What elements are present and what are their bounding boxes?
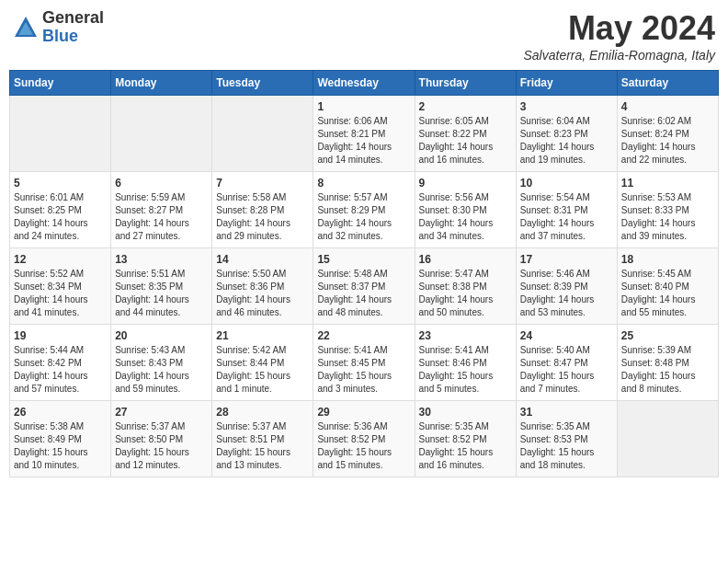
day-info: Sunrise: 5:38 AM Sunset: 8:49 PM Dayligh… [14,420,107,472]
day-info: Sunrise: 5:58 AM Sunset: 8:28 PM Dayligh… [216,191,309,243]
title-block: May 2024 Salvaterra, Emilia-Romagna, Ita… [523,9,715,63]
calendar-cell: 31Sunrise: 5:35 AM Sunset: 8:53 PM Dayli… [516,401,617,477]
calendar-cell: 23Sunrise: 5:41 AM Sunset: 8:46 PM Dayli… [415,325,516,401]
calendar-cell: 18Sunrise: 5:45 AM Sunset: 8:40 PM Dayli… [617,248,718,325]
day-number: 10 [520,177,613,190]
day-info: Sunrise: 6:06 AM Sunset: 8:21 PM Dayligh… [317,115,410,167]
day-number: 6 [115,177,208,190]
calendar-cell: 13Sunrise: 5:51 AM Sunset: 8:35 PM Dayli… [111,248,212,325]
day-info: Sunrise: 5:54 AM Sunset: 8:31 PM Dayligh… [520,191,613,243]
day-number: 31 [520,406,613,419]
day-number: 14 [216,253,309,266]
day-number: 24 [520,329,613,342]
day-number: 16 [419,253,512,266]
calendar-cell: 6Sunrise: 5:59 AM Sunset: 8:27 PM Daylig… [111,172,212,248]
calendar-week-row: 19Sunrise: 5:44 AM Sunset: 8:42 PM Dayli… [10,325,719,401]
day-info: Sunrise: 6:01 AM Sunset: 8:25 PM Dayligh… [14,191,107,243]
day-info: Sunrise: 5:56 AM Sunset: 8:30 PM Dayligh… [419,191,512,243]
calendar-cell: 8Sunrise: 5:57 AM Sunset: 8:29 PM Daylig… [313,172,415,248]
calendar-cell: 14Sunrise: 5:50 AM Sunset: 8:36 PM Dayli… [212,248,313,325]
calendar-cell: 4Sunrise: 6:02 AM Sunset: 8:24 PM Daylig… [617,96,718,172]
calendar-cell: 29Sunrise: 5:36 AM Sunset: 8:52 PM Dayli… [313,401,415,477]
day-number: 5 [14,177,107,190]
day-number: 23 [419,329,512,342]
day-info: Sunrise: 5:42 AM Sunset: 8:44 PM Dayligh… [216,344,309,396]
calendar-cell: 30Sunrise: 5:35 AM Sunset: 8:52 PM Dayli… [415,401,516,477]
calendar-header-day: Thursday [415,71,516,96]
day-number: 26 [14,406,107,419]
month-title: May 2024 [523,9,715,48]
calendar-cell: 16Sunrise: 5:47 AM Sunset: 8:38 PM Dayli… [415,248,516,325]
calendar-cell: 9Sunrise: 5:56 AM Sunset: 8:30 PM Daylig… [415,172,516,248]
day-info: Sunrise: 6:04 AM Sunset: 8:23 PM Dayligh… [520,115,613,167]
day-number: 18 [621,253,714,266]
page-header: General Blue May 2024 Salvaterra, Emilia… [9,9,719,63]
day-number: 1 [317,100,410,113]
calendar-cell: 10Sunrise: 5:54 AM Sunset: 8:31 PM Dayli… [516,172,617,248]
calendar-cell: 3Sunrise: 6:04 AM Sunset: 8:23 PM Daylig… [516,96,617,172]
day-number: 30 [419,406,512,419]
day-number: 12 [14,253,107,266]
day-info: Sunrise: 6:02 AM Sunset: 8:24 PM Dayligh… [621,115,714,167]
day-number: 8 [317,177,410,190]
calendar-cell [212,96,313,172]
calendar-cell: 12Sunrise: 5:52 AM Sunset: 8:34 PM Dayli… [10,248,111,325]
day-number: 17 [520,253,613,266]
day-number: 27 [115,406,208,419]
day-info: Sunrise: 5:35 AM Sunset: 8:52 PM Dayligh… [419,420,512,472]
day-info: Sunrise: 5:37 AM Sunset: 8:50 PM Dayligh… [115,420,208,472]
day-number: 9 [419,177,512,190]
calendar-cell: 7Sunrise: 5:58 AM Sunset: 8:28 PM Daylig… [212,172,313,248]
day-info: Sunrise: 5:47 AM Sunset: 8:38 PM Dayligh… [419,268,512,319]
day-number: 20 [115,329,208,342]
calendar-header-day: Tuesday [212,71,313,96]
calendar-cell [617,401,718,477]
day-number: 4 [621,100,714,113]
day-info: Sunrise: 5:45 AM Sunset: 8:40 PM Dayligh… [621,268,714,319]
calendar-cell: 22Sunrise: 5:41 AM Sunset: 8:45 PM Dayli… [313,325,415,401]
day-info: Sunrise: 5:51 AM Sunset: 8:35 PM Dayligh… [115,268,208,319]
day-info: Sunrise: 5:39 AM Sunset: 8:48 PM Dayligh… [621,344,714,396]
day-info: Sunrise: 5:36 AM Sunset: 8:52 PM Dayligh… [317,420,410,472]
day-info: Sunrise: 5:43 AM Sunset: 8:43 PM Dayligh… [115,344,208,396]
logo-text: General Blue [42,9,104,46]
day-info: Sunrise: 5:53 AM Sunset: 8:33 PM Dayligh… [621,191,714,243]
calendar-cell: 15Sunrise: 5:48 AM Sunset: 8:37 PM Dayli… [313,248,415,325]
logo-blue-text: Blue [42,28,104,46]
calendar-cell: 25Sunrise: 5:39 AM Sunset: 8:48 PM Dayli… [617,325,718,401]
calendar-header-day: Saturday [617,71,718,96]
calendar-cell [111,96,212,172]
calendar-cell [10,96,111,172]
calendar-cell: 5Sunrise: 6:01 AM Sunset: 8:25 PM Daylig… [10,172,111,248]
calendar-header-day: Monday [111,71,212,96]
day-info: Sunrise: 5:37 AM Sunset: 8:51 PM Dayligh… [216,420,309,472]
day-info: Sunrise: 5:40 AM Sunset: 8:47 PM Dayligh… [520,344,613,396]
day-number: 2 [419,100,512,113]
calendar-cell: 2Sunrise: 6:05 AM Sunset: 8:22 PM Daylig… [415,96,516,172]
calendar-cell: 27Sunrise: 5:37 AM Sunset: 8:50 PM Dayli… [111,401,212,477]
day-number: 21 [216,329,309,342]
day-info: Sunrise: 6:05 AM Sunset: 8:22 PM Dayligh… [419,115,512,167]
logo-general-text: General [42,9,104,28]
calendar-header-day: Sunday [10,71,111,96]
location-subtitle: Salvaterra, Emilia-Romagna, Italy [523,48,715,63]
calendar-cell: 21Sunrise: 5:42 AM Sunset: 8:44 PM Dayli… [212,325,313,401]
logo: General Blue [13,9,104,46]
day-number: 22 [317,329,410,342]
day-info: Sunrise: 5:59 AM Sunset: 8:27 PM Dayligh… [115,191,208,243]
day-info: Sunrise: 5:57 AM Sunset: 8:29 PM Dayligh… [317,191,410,243]
calendar-cell: 28Sunrise: 5:37 AM Sunset: 8:51 PM Dayli… [212,401,313,477]
day-number: 11 [621,177,714,190]
day-number: 15 [317,253,410,266]
calendar-cell: 1Sunrise: 6:06 AM Sunset: 8:21 PM Daylig… [313,96,415,172]
day-info: Sunrise: 5:52 AM Sunset: 8:34 PM Dayligh… [14,268,107,319]
day-info: Sunrise: 5:41 AM Sunset: 8:46 PM Dayligh… [419,344,512,396]
day-info: Sunrise: 5:44 AM Sunset: 8:42 PM Dayligh… [14,344,107,396]
calendar-week-row: 5Sunrise: 6:01 AM Sunset: 8:25 PM Daylig… [10,172,719,248]
calendar-table: SundayMondayTuesdayWednesdayThursdayFrid… [9,70,719,477]
day-number: 29 [317,406,410,419]
day-info: Sunrise: 5:48 AM Sunset: 8:37 PM Dayligh… [317,268,410,319]
day-number: 25 [621,329,714,342]
day-info: Sunrise: 5:41 AM Sunset: 8:45 PM Dayligh… [317,344,410,396]
calendar-header-day: Wednesday [313,71,415,96]
